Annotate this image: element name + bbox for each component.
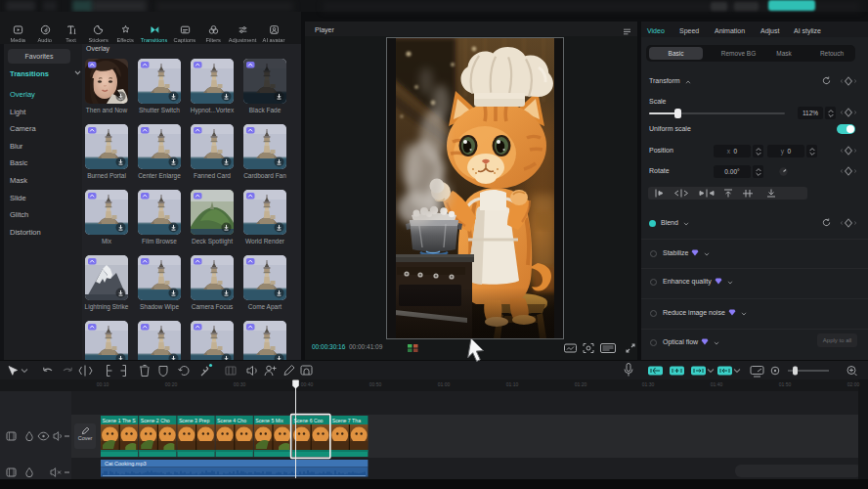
svg-text:Scene 2 Cho: Scene 2 Cho xyxy=(141,418,170,423)
svg-text:Scene 4 Cho: Scene 4 Cho xyxy=(217,418,246,423)
svg-text:Scene 7 Tha: Scene 7 Tha xyxy=(332,418,361,423)
svg-text:Scene 3 Prep: Scene 3 Prep xyxy=(179,418,210,423)
svg-text:Scene 6 Coo: Scene 6 Coo xyxy=(294,418,324,423)
svg-text:Scene 1 The S: Scene 1 The S xyxy=(103,418,137,423)
svg-text:Cat Cooking.mp3: Cat Cooking.mp3 xyxy=(105,461,147,467)
svg-text:Scene 5 Mix: Scene 5 Mix xyxy=(255,418,283,423)
